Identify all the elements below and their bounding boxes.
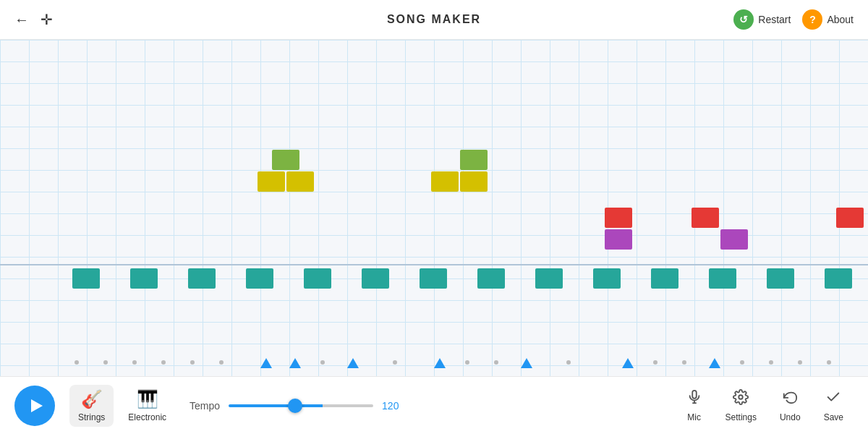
back-button[interactable]: ← [14, 12, 29, 28]
settings-label: Settings [726, 412, 757, 422]
drum-dot-15[interactable] [769, 360, 773, 365]
grid-area[interactable] [0, 40, 868, 376]
tempo-slider[interactable] [229, 404, 373, 407]
play-button[interactable] [14, 386, 55, 426]
drum-dot-17[interactable] [827, 360, 831, 365]
drum-dot-3[interactable] [132, 360, 137, 365]
perc-teal-5[interactable] [304, 268, 331, 289]
perc-teal-6[interactable] [362, 268, 389, 289]
undo-button[interactable]: Undo [770, 385, 811, 427]
page-title: SONG MAKER [387, 13, 481, 26]
perc-teal-14[interactable] [825, 268, 852, 289]
perc-teal-1[interactable] [72, 268, 100, 289]
note-purple-1[interactable] [605, 229, 632, 250]
svg-point-4 [739, 395, 744, 399]
restart-button[interactable]: ↺ Restart [733, 9, 791, 30]
header-left: ← ✛ [14, 11, 53, 28]
note-yellow-2[interactable] [286, 171, 314, 192]
note-yellow-3[interactable] [431, 171, 459, 192]
undo-label: Undo [780, 412, 801, 422]
drum-dot-13[interactable] [682, 360, 686, 365]
drum-triangle-3[interactable] [347, 358, 359, 368]
drum-dot-8[interactable] [393, 360, 397, 365]
settings-button[interactable]: Settings [715, 385, 767, 427]
electronic-label: Electronic [128, 412, 166, 422]
drum-dot-16[interactable] [798, 360, 802, 365]
header: ← ✛ SONG MAKER ↺ Restart ? About [0, 0, 868, 40]
electronic-icon: 🎹 [137, 389, 158, 409]
undo-icon [782, 389, 798, 409]
perc-teal-7[interactable] [420, 268, 447, 289]
electronic-button[interactable]: 🎹 Electronic [119, 385, 175, 427]
about-icon: ? [802, 9, 822, 30]
footer: 🎸 Strings 🎹 Electronic Tempo 120 Mic [0, 376, 868, 434]
drum-dot-11[interactable] [566, 360, 571, 365]
drum-dot-1[interactable] [75, 360, 79, 365]
drum-dot-5[interactable] [190, 360, 195, 365]
save-label: Save [824, 412, 843, 422]
drum-dot-10[interactable] [494, 360, 498, 365]
drum-dot-4[interactable] [161, 360, 166, 365]
drum-dot-2[interactable] [103, 360, 108, 365]
note-yellow-1[interactable] [258, 171, 285, 192]
drum-dot-12[interactable] [653, 360, 658, 365]
mic-icon [686, 389, 702, 409]
settings-icon [733, 389, 749, 409]
drum-triangle-5[interactable] [521, 358, 532, 368]
drum-dot-14[interactable] [740, 360, 744, 365]
note-red-3[interactable] [836, 208, 864, 228]
drum-triangle-1[interactable] [260, 358, 272, 368]
strings-label: Strings [78, 412, 105, 422]
melody-percussion-separator [0, 264, 868, 265]
header-right: ↺ Restart ? About [733, 9, 854, 30]
note-red-2[interactable] [692, 208, 719, 228]
move-button[interactable]: ✛ [41, 11, 53, 28]
drum-triangle-7[interactable] [709, 358, 720, 368]
note-yellow-4[interactable] [460, 171, 488, 192]
save-icon [825, 389, 841, 409]
strings-icon: 🎸 [81, 389, 103, 409]
drum-dot-6[interactable] [219, 360, 224, 365]
tempo-group: Tempo 120 [190, 400, 676, 412]
drum-dot-7[interactable] [320, 360, 325, 365]
controls-right: Mic Settings Undo [676, 385, 854, 427]
grid-lines [0, 40, 868, 376]
drum-triangle-4[interactable] [434, 358, 446, 368]
note-green-2[interactable] [460, 150, 488, 170]
mic-label: Mic [687, 412, 701, 422]
perc-teal-3[interactable] [188, 268, 216, 289]
grid-canvas [0, 40, 868, 376]
mic-button[interactable]: Mic [676, 385, 712, 427]
drum-dot-9[interactable] [465, 360, 469, 365]
perc-teal-8[interactable] [477, 268, 505, 289]
perc-teal-13[interactable] [767, 268, 794, 289]
perc-teal-4[interactable] [246, 268, 273, 289]
drum-triangle-2[interactable] [289, 358, 301, 368]
restart-icon: ↺ [733, 9, 754, 30]
svg-marker-0 [31, 399, 43, 412]
svg-rect-1 [692, 390, 697, 398]
perc-teal-9[interactable] [535, 268, 563, 289]
perc-teal-11[interactable] [651, 268, 678, 289]
perc-teal-12[interactable] [709, 268, 736, 289]
instrument-group: 🎸 Strings 🎹 Electronic [69, 385, 175, 427]
strings-button[interactable]: 🎸 Strings [69, 385, 114, 427]
about-label: About [827, 14, 854, 25]
tempo-value: 120 [382, 400, 405, 412]
about-button[interactable]: ? About [802, 9, 854, 30]
save-button[interactable]: Save [814, 385, 854, 427]
restart-label: Restart [758, 14, 791, 25]
perc-teal-2[interactable] [130, 268, 158, 289]
drum-triangle-6[interactable] [622, 358, 634, 368]
note-red-1[interactable] [605, 208, 632, 228]
perc-teal-10[interactable] [593, 268, 621, 289]
tempo-label: Tempo [190, 400, 220, 412]
note-purple-2[interactable] [720, 229, 748, 250]
note-green-1[interactable] [272, 150, 299, 170]
